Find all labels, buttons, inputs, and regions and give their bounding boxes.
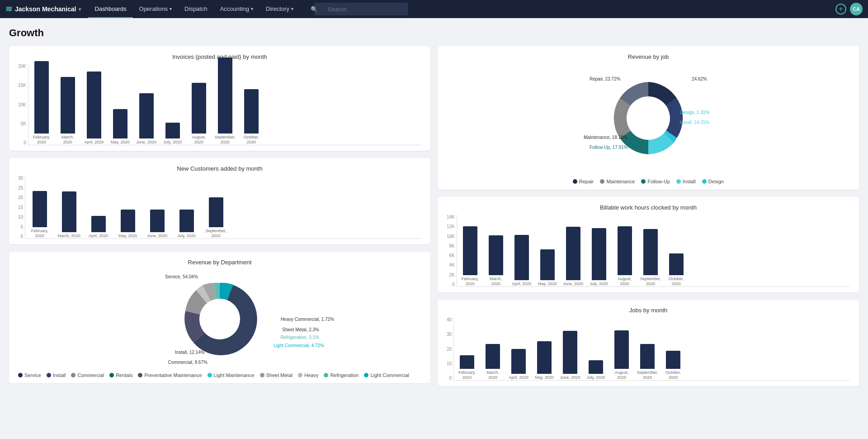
bar [592, 228, 606, 280]
bar [244, 89, 259, 134]
bar-col: August, 2020 [610, 330, 633, 380]
y-label: 5K [21, 121, 26, 126]
bar-col: February, 2020 [27, 191, 52, 239]
y-label: 0 [24, 140, 26, 145]
bar-col: October, 2020 [240, 89, 263, 145]
bar [460, 355, 474, 369]
job-legend: Repair Maintenance Follow-Up Install Des… [447, 179, 850, 184]
bar-label: February, 2020 [27, 229, 52, 239]
legend-item: Light Maintenance [208, 372, 255, 378]
bar [486, 344, 500, 369]
bar-label: August, 2020 [613, 277, 636, 286]
bar-label: February, 2020 [459, 277, 481, 286]
bar-label: July, 2020 [174, 234, 199, 239]
bar-label: August, 2020 [188, 135, 210, 145]
jobs-month-card: Jobs by month 40 30 20 10 0 February, 20… [438, 300, 859, 386]
bar-col: April, 2020 [510, 235, 533, 286]
bar-label: October, 2020 [665, 277, 688, 286]
bar-col: February, 2020 [456, 355, 478, 380]
bar [61, 77, 75, 134]
add-button[interactable]: + [835, 4, 846, 14]
bar-label: April, 2020 [510, 282, 533, 286]
bar-label: June, 2020 [562, 282, 585, 286]
legend-item: Follow-Up [641, 179, 670, 184]
y-label: 8K [449, 243, 455, 248]
bar-col: July, 2020 [585, 360, 607, 380]
y-label: 20 [447, 347, 452, 352]
y-label: 12K [447, 224, 455, 229]
bar-col: May, 2020 [533, 341, 556, 380]
bar-label: April, 2020 [507, 375, 530, 380]
revenue-job-title: Revenue by job [447, 53, 850, 60]
avatar[interactable]: CA [850, 3, 863, 15]
brand-icon: ≋ [5, 4, 12, 14]
revenue-dept-title: Revenue by Department [18, 259, 421, 266]
revenue-job-card: Revenue by job [438, 46, 859, 190]
right-column: Revenue by job [438, 46, 859, 386]
nav-directory[interactable]: Directory ▾ [259, 0, 300, 18]
navbar: ≋ Jackson Mechanical ▾ Dashboards Operat… [0, 0, 868, 18]
donut-label: Refrigeration, 3.1% [280, 335, 319, 340]
bar [640, 344, 655, 369]
search-icon: 🔍 [311, 6, 318, 13]
bar-col: September, 2020 [203, 197, 228, 239]
new-customers-title: New Customers added by month [18, 165, 421, 172]
bar [218, 57, 232, 134]
bar-label: June, 2020 [145, 234, 170, 239]
bar-col: October, 2020 [665, 253, 688, 286]
bar-col: September, 2020 [639, 229, 662, 286]
bar-col: October, 2020 [662, 351, 684, 380]
bar-label: April, 2020 [86, 234, 111, 239]
y-label: 5 [21, 224, 24, 229]
bar [33, 191, 47, 227]
y-label: 2K [449, 272, 455, 277]
bar-col: April, 2020 [86, 216, 111, 239]
y-label: 4K [449, 262, 455, 267]
bar-col: March, 2020 [57, 77, 79, 145]
y-label: 10 [447, 361, 452, 366]
bar [666, 351, 680, 369]
y-label: 25 [18, 186, 23, 191]
donut-label: Repair, 23.72% [590, 76, 620, 81]
y-label: 0 [21, 234, 24, 239]
bar [113, 109, 127, 138]
bar-label: October, 2020 [240, 135, 263, 145]
bar [139, 93, 154, 138]
bar [589, 360, 603, 374]
nav-operations[interactable]: Operations ▾ [133, 0, 179, 18]
bar-col: September, 2020 [636, 344, 659, 380]
legend-dot [47, 373, 51, 377]
bar [179, 210, 194, 232]
donut-label: Sheet Metal, 2.3% [282, 327, 319, 332]
search-wrap: 🔍 [307, 3, 828, 15]
legend-item: Sheet Metal [260, 372, 293, 378]
bar [669, 253, 684, 275]
bar-label: March, 2020 [57, 135, 79, 145]
legend-dot [573, 179, 577, 184]
bar [165, 123, 180, 138]
bar-label: May, 2020 [536, 282, 559, 286]
nav-right: + CA [835, 3, 863, 15]
donut-label: Install, 12.14% [175, 350, 205, 355]
donut-label: Install, 14.25% [680, 120, 710, 125]
billable-hours-card: Billable work hours clocked by month 14K… [438, 197, 859, 292]
legend-dot [71, 373, 75, 377]
legend-item: Commercial [71, 372, 104, 378]
bar [91, 216, 106, 232]
nav-accounting[interactable]: Accounting ▾ [214, 0, 259, 18]
bar-label: August, 2020 [610, 370, 633, 380]
nav-dispatch[interactable]: Dispatch [178, 0, 214, 18]
nav-brand[interactable]: ≋ Jackson Mechanical ▾ [5, 4, 81, 14]
legend-item: Service [18, 372, 41, 378]
nav-dashboards[interactable]: Dashboards [88, 0, 132, 18]
y-label: 14K [447, 215, 455, 220]
search-input[interactable] [314, 3, 408, 15]
y-label: 40 [447, 317, 452, 322]
svg-point-1 [627, 96, 670, 140]
bar [537, 341, 552, 374]
bar [540, 249, 555, 280]
chevron-down-icon: ▾ [291, 6, 293, 11]
bar [643, 229, 658, 275]
dashboard-grid: Invoices (posted and paid) by month 20K … [9, 46, 859, 386]
page-title: Growth [9, 27, 859, 39]
